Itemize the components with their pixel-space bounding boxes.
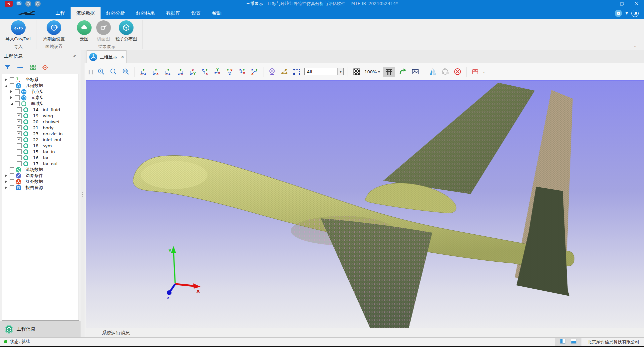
filter-icon[interactable] — [5, 65, 11, 71]
tree-item-surface-far_out[interactable]: 17 - far_out — [2, 161, 79, 167]
visibility-checkbox[interactable] — [17, 149, 22, 154]
grid-icon[interactable] — [30, 65, 36, 71]
remove-icon[interactable] — [453, 67, 462, 77]
help-book-icon[interactable] — [631, 10, 639, 17]
app-icon[interactable] — [5, 1, 13, 7]
view-left-icon[interactable]: Yxz — [163, 67, 173, 77]
visibility-checkbox[interactable] — [10, 167, 14, 172]
visibility-checkbox[interactable] — [10, 77, 14, 82]
viewport-3d[interactable]: y X z — [86, 80, 644, 328]
view-right-icon[interactable]: Yzx — [176, 67, 185, 77]
tree-item-surface-wing[interactable]: 19 - wing — [2, 113, 79, 119]
zoom-fit-icon[interactable] — [121, 67, 131, 77]
visibility-checkbox[interactable] — [15, 101, 20, 106]
visibility-checkbox[interactable] — [10, 185, 14, 190]
expand-arrow-icon[interactable] — [4, 186, 8, 189]
visibility-checkbox[interactable] — [17, 137, 22, 142]
dropdown-caret-icon[interactable]: ▼ — [625, 11, 628, 15]
tree-item-surface-far[interactable]: 16 - far — [2, 155, 79, 161]
visibility-checkbox[interactable] — [17, 113, 22, 118]
ribbon-collapse-icon[interactable]: ⌃ — [634, 45, 637, 49]
combo-arrow-icon[interactable]: ▼ — [337, 68, 343, 75]
box-select-icon[interactable] — [292, 67, 301, 77]
menu-item-database[interactable]: 数据库 — [161, 7, 186, 19]
visibility-checkbox[interactable] — [17, 119, 22, 124]
undo-icon[interactable] — [25, 1, 31, 7]
panel-bottom-icon[interactable] — [571, 339, 576, 345]
menu-item-project[interactable]: 工程 — [50, 7, 71, 19]
minimize-button[interactable] — [600, 0, 615, 7]
tab-3d-display[interactable]: 三维显示 ✕ — [87, 50, 127, 63]
visibility-checkbox[interactable] — [17, 125, 22, 130]
zoom-in-icon[interactable] — [97, 67, 106, 77]
node-display-icon[interactable] — [280, 67, 289, 77]
tree-item-face-set[interactable]: 面域集 — [2, 101, 79, 107]
export-arrow-icon[interactable] — [398, 67, 408, 77]
visibility-checkbox[interactable] — [10, 83, 14, 88]
visibility-checkbox[interactable] — [17, 143, 22, 148]
tree-item-surface-nozzle_in[interactable]: 23 - nozzle_in — [2, 131, 79, 137]
expand-arrow-icon[interactable] — [9, 90, 14, 93]
close-button[interactable] — [629, 0, 644, 7]
display-filter-select[interactable]: All ▼ — [304, 68, 344, 75]
view-iso2-icon[interactable]: Yxz — [225, 67, 234, 77]
caret-down-icon[interactable]: ⌄ — [483, 70, 485, 73]
tree-item-report-resources[interactable]: 报告资源 — [2, 185, 79, 191]
opacity-dropdown[interactable]: 100%▼ — [364, 69, 380, 74]
mesh-grid-icon[interactable] — [383, 67, 395, 77]
tree-item-surface-far_in[interactable]: 15 - far_in — [2, 149, 79, 155]
expand-arrow-icon[interactable] — [4, 78, 8, 81]
project-info-bottom-tab[interactable]: 工程信息 — [0, 321, 81, 337]
expand-arrow-icon[interactable] — [4, 174, 8, 177]
view-iso3-icon[interactable]: zxY — [237, 67, 247, 77]
camera-icon[interactable] — [267, 67, 277, 77]
snapshot-icon[interactable] — [411, 67, 420, 77]
tree-item-surface-inlet_out[interactable]: 22 - inlet_out — [2, 137, 79, 143]
panel-collapse-icon[interactable]: < — [73, 50, 77, 62]
view-top-icon[interactable]: xzY — [188, 67, 197, 77]
save-icon[interactable] — [16, 1, 22, 7]
restore-button[interactable] — [615, 0, 629, 7]
visibility-checkbox[interactable] — [15, 89, 20, 94]
menu-item-flowfield-data[interactable]: 流场数据 — [71, 7, 101, 19]
smooth-mesh-icon[interactable] — [441, 67, 450, 77]
menu-item-infrared-results[interactable]: 红外结果 — [131, 7, 161, 19]
tree-item-surface-chuiwei[interactable]: 20 - chuiwei — [2, 119, 79, 125]
tree-item-element-set[interactable]: 元素集 — [2, 95, 79, 101]
tree-item-boundary-conditions[interactable]: 边界条件 — [2, 173, 79, 179]
periodic-face-settings-button[interactable]: 周期面设置 — [43, 20, 65, 43]
view-bottom-icon[interactable]: zYx — [200, 67, 210, 77]
import-cas-dat-button[interactable]: cas 导入Cas/Dat — [5, 20, 31, 43]
visibility-checkbox[interactable] — [10, 179, 14, 184]
view-back-icon[interactable]: Yzx — [151, 67, 161, 77]
visibility-checkbox[interactable] — [15, 95, 20, 100]
view-front-icon[interactable]: Yxz — [139, 67, 148, 77]
zoom-out-icon[interactable] — [109, 67, 118, 77]
visibility-checkbox[interactable] — [17, 161, 22, 166]
visibility-checkbox[interactable] — [10, 173, 14, 178]
redo-icon[interactable] — [35, 1, 41, 7]
visibility-checkbox[interactable] — [17, 155, 22, 160]
menu-item-infrared-analysis[interactable]: 红外分析 — [101, 7, 131, 19]
particle-distribution-button[interactable]: 粒子分布图 — [116, 20, 137, 43]
tree-item-geometry-data[interactable]: 几何数据 — [2, 83, 79, 89]
tree-item-flow-data[interactable]: 流场数据 — [2, 167, 79, 173]
menu-item-settings[interactable]: 设置 — [186, 7, 206, 19]
visibility-checkbox[interactable] — [17, 131, 22, 136]
expand-arrow-icon[interactable] — [9, 103, 14, 105]
panel-splitter[interactable] — [81, 50, 85, 337]
style-switch-icon[interactable] — [615, 10, 622, 17]
section-box-icon[interactable] — [471, 67, 480, 77]
tree-item-coordinate-system[interactable]: zx 坐标系 — [2, 77, 79, 83]
toolbar-grip[interactable]: ❙❙ — [87, 69, 94, 74]
visibility-checkbox[interactable] — [17, 107, 22, 112]
tree-item-surface-int_fluid[interactable]: 14 - int_fluid — [2, 107, 79, 113]
tree-item-surface-body[interactable]: 21 - body — [2, 125, 79, 131]
mirror-icon[interactable] — [428, 67, 438, 77]
tree-item-surface-sym[interactable]: 18 - sym — [2, 143, 79, 149]
panel-left-icon[interactable] — [560, 339, 565, 345]
tree-item-infrared-data[interactable]: 红外数据 — [2, 179, 79, 185]
contour-plot-button[interactable]: 云图 — [77, 20, 92, 43]
tab-close-icon[interactable]: ✕ — [121, 55, 124, 59]
view-iso1-icon[interactable]: zxY — [213, 67, 222, 77]
